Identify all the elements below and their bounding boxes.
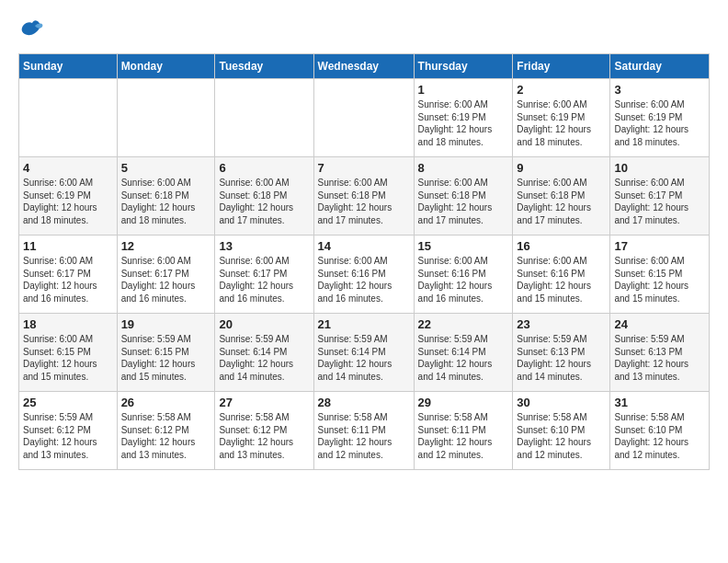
day-number: 27 (219, 396, 309, 409)
calendar-cell: 16Sunrise: 6:00 AM Sunset: 6:16 PM Dayli… (513, 236, 610, 314)
day-number: 10 (614, 161, 705, 175)
day-detail: Sunrise: 6:00 AM Sunset: 6:16 PM Dayligh… (517, 255, 606, 304)
calendar-week-row: 4Sunrise: 6:00 AM Sunset: 6:19 PM Daylig… (19, 157, 710, 236)
day-number: 19 (121, 317, 211, 331)
calendar-cell: 7Sunrise: 6:00 AM Sunset: 6:18 PM Daylig… (313, 157, 414, 236)
column-header-tuesday: Tuesday (215, 54, 313, 79)
day-detail: Sunrise: 6:00 AM Sunset: 6:18 PM Dayligh… (121, 177, 211, 226)
day-detail: Sunrise: 6:00 AM Sunset: 6:15 PM Dayligh… (23, 333, 113, 383)
calendar-cell: 29Sunrise: 5:58 AM Sunset: 6:11 PM Dayli… (414, 392, 513, 470)
day-detail: Sunrise: 5:59 AM Sunset: 6:14 PM Dayligh… (318, 333, 410, 383)
day-detail: Sunrise: 5:58 AM Sunset: 6:10 PM Dayligh… (614, 411, 705, 461)
calendar-cell: 17Sunrise: 6:00 AM Sunset: 6:15 PM Dayli… (610, 236, 710, 314)
day-number: 28 (318, 396, 410, 409)
calendar-cell: 5Sunrise: 6:00 AM Sunset: 6:18 PM Daylig… (117, 157, 215, 236)
logo-bird-icon (18, 18, 46, 44)
day-detail: Sunrise: 5:58 AM Sunset: 6:12 PM Dayligh… (121, 411, 211, 461)
day-number: 29 (418, 396, 509, 409)
day-number: 5 (121, 161, 211, 175)
calendar-cell: 24Sunrise: 5:59 AM Sunset: 6:13 PM Dayli… (610, 314, 710, 392)
column-header-sunday: Sunday (19, 54, 118, 79)
day-number: 17 (614, 239, 705, 253)
day-number: 11 (23, 239, 113, 253)
calendar-cell (215, 79, 313, 157)
day-detail: Sunrise: 5:59 AM Sunset: 6:15 PM Dayligh… (121, 333, 211, 383)
day-number: 7 (318, 161, 410, 175)
calendar-cell: 9Sunrise: 6:00 AM Sunset: 6:18 PM Daylig… (513, 157, 610, 236)
calendar-cell: 21Sunrise: 5:59 AM Sunset: 6:14 PM Dayli… (313, 314, 414, 392)
day-number: 18 (23, 317, 113, 331)
day-detail: Sunrise: 6:00 AM Sunset: 6:18 PM Dayligh… (219, 177, 309, 226)
day-detail: Sunrise: 5:58 AM Sunset: 6:11 PM Dayligh… (318, 411, 410, 461)
day-number: 9 (517, 161, 606, 175)
logo (18, 18, 50, 44)
day-detail: Sunrise: 6:00 AM Sunset: 6:17 PM Dayligh… (121, 255, 211, 304)
calendar-cell: 26Sunrise: 5:58 AM Sunset: 6:12 PM Dayli… (117, 392, 215, 470)
day-number: 3 (614, 83, 705, 97)
calendar-table: SundayMondayTuesdayWednesdayThursdayFrid… (18, 53, 710, 470)
day-detail: Sunrise: 6:00 AM Sunset: 6:19 PM Dayligh… (23, 177, 113, 226)
calendar-cell: 10Sunrise: 6:00 AM Sunset: 6:17 PM Dayli… (610, 157, 710, 236)
column-header-monday: Monday (117, 54, 215, 79)
day-number: 30 (517, 396, 606, 409)
calendar-cell: 22Sunrise: 5:59 AM Sunset: 6:14 PM Dayli… (414, 314, 513, 392)
calendar-cell: 8Sunrise: 6:00 AM Sunset: 6:18 PM Daylig… (414, 157, 513, 236)
day-detail: Sunrise: 6:00 AM Sunset: 6:18 PM Dayligh… (418, 177, 509, 226)
calendar-cell: 27Sunrise: 5:58 AM Sunset: 6:12 PM Dayli… (215, 392, 313, 470)
day-detail: Sunrise: 6:00 AM Sunset: 6:16 PM Dayligh… (318, 255, 410, 304)
day-number: 15 (418, 239, 509, 253)
day-detail: Sunrise: 6:00 AM Sunset: 6:18 PM Dayligh… (517, 177, 606, 226)
day-detail: Sunrise: 6:00 AM Sunset: 6:17 PM Dayligh… (219, 255, 309, 304)
day-number: 16 (517, 239, 606, 253)
calendar-cell: 13Sunrise: 6:00 AM Sunset: 6:17 PM Dayli… (215, 236, 313, 314)
calendar-cell: 11Sunrise: 6:00 AM Sunset: 6:17 PM Dayli… (19, 236, 118, 314)
calendar-cell: 2Sunrise: 6:00 AM Sunset: 6:19 PM Daylig… (513, 79, 610, 157)
day-number: 26 (121, 396, 211, 409)
day-detail: Sunrise: 5:59 AM Sunset: 6:13 PM Dayligh… (614, 333, 705, 383)
page-header (18, 18, 710, 44)
column-header-wednesday: Wednesday (313, 54, 414, 79)
day-detail: Sunrise: 6:00 AM Sunset: 6:15 PM Dayligh… (614, 255, 705, 304)
day-detail: Sunrise: 6:00 AM Sunset: 6:16 PM Dayligh… (418, 255, 509, 304)
day-number: 13 (219, 239, 309, 253)
day-number: 4 (23, 161, 113, 175)
day-detail: Sunrise: 6:00 AM Sunset: 6:19 PM Dayligh… (614, 98, 705, 148)
calendar-cell: 6Sunrise: 6:00 AM Sunset: 6:18 PM Daylig… (215, 157, 313, 236)
calendar-cell (313, 79, 414, 157)
day-number: 6 (219, 161, 309, 175)
calendar-cell: 3Sunrise: 6:00 AM Sunset: 6:19 PM Daylig… (610, 79, 710, 157)
day-number: 12 (121, 239, 211, 253)
calendar-cell (19, 79, 118, 157)
day-detail: Sunrise: 6:00 AM Sunset: 6:19 PM Dayligh… (418, 98, 509, 148)
column-header-thursday: Thursday (414, 54, 513, 79)
day-number: 8 (418, 161, 509, 175)
calendar-cell: 18Sunrise: 6:00 AM Sunset: 6:15 PM Dayli… (19, 314, 118, 392)
day-detail: Sunrise: 6:00 AM Sunset: 6:19 PM Dayligh… (517, 98, 606, 148)
day-number: 1 (418, 83, 509, 97)
day-detail: Sunrise: 5:59 AM Sunset: 6:14 PM Dayligh… (219, 333, 309, 383)
day-number: 20 (219, 317, 309, 331)
calendar-cell: 20Sunrise: 5:59 AM Sunset: 6:14 PM Dayli… (215, 314, 313, 392)
calendar-cell: 4Sunrise: 6:00 AM Sunset: 6:19 PM Daylig… (19, 157, 118, 236)
calendar-cell: 23Sunrise: 5:59 AM Sunset: 6:13 PM Dayli… (513, 314, 610, 392)
day-detail: Sunrise: 6:00 AM Sunset: 6:18 PM Dayligh… (318, 177, 410, 226)
day-number: 25 (23, 396, 113, 409)
calendar-cell: 12Sunrise: 6:00 AM Sunset: 6:17 PM Dayli… (117, 236, 215, 314)
calendar-cell: 28Sunrise: 5:58 AM Sunset: 6:11 PM Dayli… (313, 392, 414, 470)
day-detail: Sunrise: 5:59 AM Sunset: 6:14 PM Dayligh… (418, 333, 509, 383)
day-number: 22 (418, 317, 509, 331)
day-detail: Sunrise: 5:58 AM Sunset: 6:11 PM Dayligh… (418, 411, 509, 461)
day-detail: Sunrise: 5:58 AM Sunset: 6:10 PM Dayligh… (517, 411, 606, 461)
day-number: 2 (517, 83, 606, 97)
day-detail: Sunrise: 5:58 AM Sunset: 6:12 PM Dayligh… (219, 411, 309, 461)
day-number: 31 (614, 396, 705, 409)
day-detail: Sunrise: 5:59 AM Sunset: 6:12 PM Dayligh… (23, 411, 113, 461)
column-header-saturday: Saturday (610, 54, 710, 79)
calendar-cell: 1Sunrise: 6:00 AM Sunset: 6:19 PM Daylig… (414, 79, 513, 157)
column-header-friday: Friday (513, 54, 610, 79)
day-number: 21 (318, 317, 410, 331)
calendar-week-row: 11Sunrise: 6:00 AM Sunset: 6:17 PM Dayli… (19, 236, 710, 314)
calendar-cell: 31Sunrise: 5:58 AM Sunset: 6:10 PM Dayli… (610, 392, 710, 470)
calendar-week-row: 1Sunrise: 6:00 AM Sunset: 6:19 PM Daylig… (19, 79, 710, 157)
calendar-cell: 19Sunrise: 5:59 AM Sunset: 6:15 PM Dayli… (117, 314, 215, 392)
